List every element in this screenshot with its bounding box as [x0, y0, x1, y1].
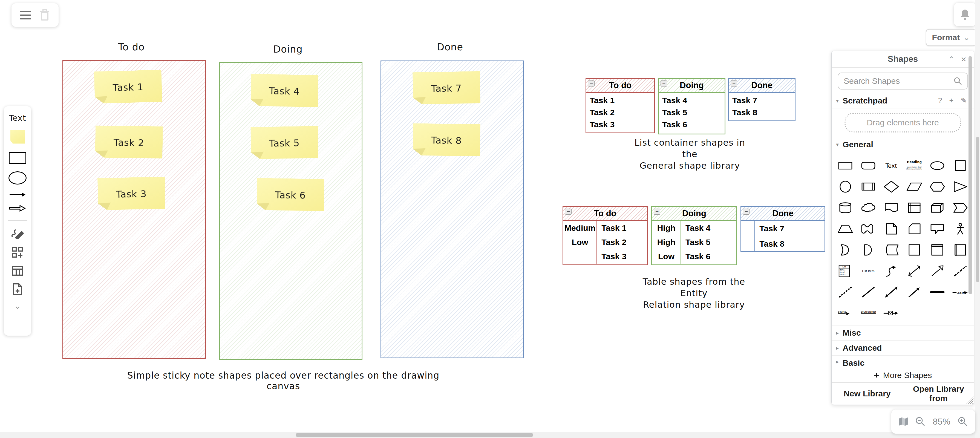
list-container-done[interactable]: − Done Task 7 Task 8	[728, 78, 795, 121]
shape-callout[interactable]	[926, 218, 949, 239]
shape-textbox[interactable]: HeadingLorem ipsum dolorsit amet, consec…	[903, 155, 926, 176]
trash-icon[interactable]	[39, 9, 50, 21]
shape-arrow[interactable]	[903, 282, 926, 303]
list-item[interactable]: Task 1	[590, 94, 654, 107]
table-cell[interactable]: Task 3	[597, 249, 647, 264]
shape-document[interactable]	[880, 197, 903, 218]
kanban-column-todo[interactable]	[62, 60, 206, 359]
shape-line[interactable]	[857, 282, 880, 303]
format-toggle-button[interactable]: Format ⌄	[926, 29, 976, 46]
shape-hexagon[interactable]	[926, 176, 949, 197]
scratchpad-drop-zone[interactable]: Drag elements here	[845, 113, 961, 132]
sticky-note-task7[interactable]: Task 7	[412, 71, 480, 106]
list-item[interactable]: Task 6	[662, 118, 725, 131]
shape-directional-edge[interactable]: Source	[834, 303, 857, 323]
shape-data-storage[interactable]	[880, 239, 903, 260]
shape-container-title[interactable]	[926, 239, 949, 260]
shape-note[interactable]	[880, 218, 903, 239]
kanban-column-done[interactable]	[380, 61, 524, 358]
table-tool[interactable]	[4, 266, 31, 276]
sticky-note-tool[interactable]	[10, 130, 25, 144]
shape-line-symbol[interactable]	[880, 303, 903, 323]
scratchpad-help-icon[interactable]: ?	[938, 96, 942, 105]
collapse-icon[interactable]: −	[654, 209, 660, 215]
menu-icon[interactable]	[20, 11, 31, 19]
new-library-button[interactable]: New Library	[832, 383, 903, 405]
table-cell[interactable]: Task 4	[681, 221, 737, 235]
table-done[interactable]: − Done Task 7 Task 8	[740, 206, 825, 252]
panel-collapse-icon[interactable]: ⌄	[946, 51, 956, 67]
sticky-note-task3[interactable]: Task 3	[97, 177, 165, 211]
table-todo[interactable]: − To do Medium Low Task 1 Task 2 Task 3	[563, 206, 648, 265]
table-header-done[interactable]: − Done	[741, 207, 824, 221]
misc-section-header[interactable]: ▸ Misc	[832, 325, 974, 340]
horizontal-scrollbar[interactable]	[0, 432, 975, 438]
shape-dotted-line[interactable]	[834, 282, 857, 303]
table-cell[interactable]: Task 6	[681, 249, 737, 264]
more-shapes-button[interactable]: + More Shapes	[832, 368, 974, 382]
scratchpad-edit-icon[interactable]: ✎	[961, 96, 967, 105]
shape-rectangle[interactable]	[834, 155, 857, 176]
shape-parallelogram[interactable]	[903, 176, 926, 197]
table-cell[interactable]: High	[652, 235, 681, 249]
search-input[interactable]	[838, 73, 968, 89]
shape-trapezoid[interactable]	[834, 218, 857, 239]
insert-page-tool[interactable]	[4, 283, 31, 295]
sticky-note-task1[interactable]: Task 1	[94, 70, 162, 105]
table-cell[interactable]: Task 7	[755, 221, 824, 236]
zoom-level[interactable]: 85%	[933, 417, 950, 427]
list-item[interactable]: Task 5	[662, 107, 725, 118]
shape-arrow-outline[interactable]	[926, 260, 949, 282]
sticky-note-task2[interactable]: Task 2	[95, 125, 163, 159]
shape-cloud[interactable]	[857, 197, 880, 218]
table-cell[interactable]: Task 5	[681, 235, 737, 249]
list-item[interactable]: Task 2	[590, 107, 654, 118]
shape-ellipse[interactable]	[926, 155, 949, 176]
text-tool[interactable]: Text	[4, 113, 31, 123]
toolbar-expand-icon[interactable]: ⌄	[4, 300, 31, 311]
shape-container[interactable]	[903, 239, 926, 260]
shape-tape[interactable]	[857, 218, 880, 239]
collapse-icon[interactable]: −	[660, 80, 667, 86]
shape-internal-storage[interactable]	[903, 197, 926, 218]
list-item[interactable]: Task 4	[662, 94, 725, 107]
sticky-note-task4[interactable]: Task 4	[250, 74, 318, 108]
shape-text[interactable]: Text	[880, 155, 903, 176]
shapes-tool[interactable]	[4, 246, 31, 258]
table-cell[interactable]: Medium	[563, 221, 597, 235]
table-doing[interactable]: − Doing High High Low Task 4 Task 5 Task…	[651, 206, 737, 265]
shape-bidirectional-arrow[interactable]	[903, 260, 926, 282]
shape-curve[interactable]	[880, 260, 903, 282]
sticky-note-task6[interactable]: Task 6	[256, 178, 325, 212]
table-cell[interactable]: High	[652, 221, 681, 235]
table-cell[interactable]	[741, 221, 754, 236]
shape-cylinder[interactable]	[834, 197, 857, 218]
list-item[interactable]: Task 8	[732, 107, 795, 118]
basic-section-header[interactable]: ▸ Basic	[832, 355, 974, 368]
sticky-note-task8[interactable]: Task 8	[412, 123, 480, 158]
collapse-icon[interactable]: −	[730, 80, 737, 86]
general-section-header[interactable]: ▾ General	[832, 137, 974, 152]
collapse-icon[interactable]: −	[565, 209, 571, 215]
shape-rounded-rectangle[interactable]	[857, 155, 880, 176]
list-header-doing[interactable]: − Doing	[659, 79, 725, 93]
shape-link[interactable]	[926, 282, 949, 303]
zoom-out-icon[interactable]	[915, 417, 925, 427]
table-cell[interactable]: Task 1	[597, 221, 647, 235]
collapse-icon[interactable]: −	[588, 80, 595, 86]
shape-or[interactable]	[834, 239, 857, 260]
shape-circle[interactable]	[834, 176, 857, 197]
shape-card[interactable]	[903, 218, 926, 239]
vertical-scrollbar[interactable]	[975, 0, 980, 438]
shape-list-item[interactable]: List Item	[857, 260, 880, 282]
sticky-note-task5[interactable]: Task 5	[250, 126, 318, 160]
table-cell[interactable]: Task 2	[597, 235, 647, 249]
bell-icon[interactable]	[960, 9, 970, 20]
arrow-tool[interactable]	[4, 192, 31, 197]
panel-close-icon[interactable]: ×	[959, 51, 968, 67]
ellipse-tool[interactable]	[8, 171, 27, 185]
table-header-doing[interactable]: − Doing	[652, 207, 737, 221]
horizontal-scrollbar-thumb[interactable]	[296, 433, 533, 437]
list-header-todo[interactable]: − To do	[586, 79, 654, 93]
list-header-done[interactable]: − Done	[729, 79, 795, 93]
